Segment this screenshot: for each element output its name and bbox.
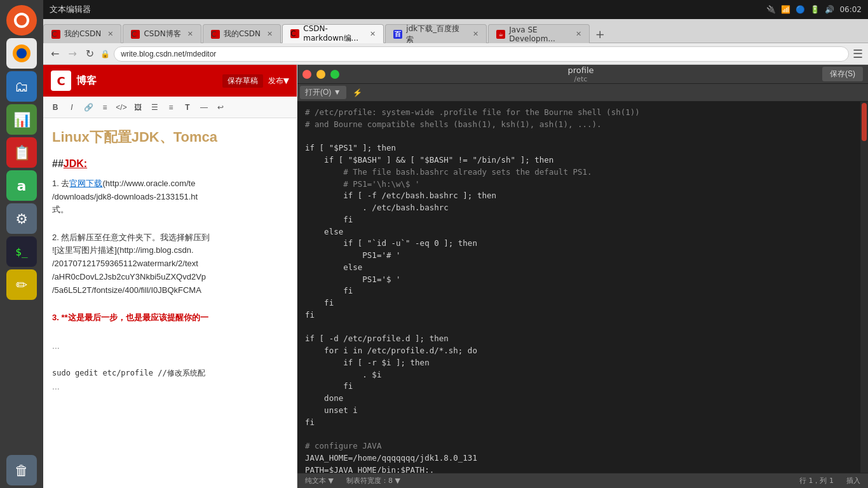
blog-dots2: ... (52, 379, 288, 393)
editor-toolbar: B I 🔗 ≡ </> 🖼 ☰ ≡ T — ↩ (43, 97, 297, 118)
tab-close-6[interactable]: ✕ (576, 30, 581, 38)
tab-5[interactable]: 百 jdk下载_百度搜索 ✕ (385, 24, 487, 43)
tab-close-4[interactable]: ✕ (370, 30, 376, 38)
gedit-maximize-button[interactable] (330, 70, 339, 79)
csdn-icon-3: C (211, 30, 220, 39)
reload-button[interactable]: ↻ (83, 46, 97, 61)
blog-h2: ##JDK: (52, 156, 288, 172)
tab-close-2[interactable]: ✕ (187, 30, 193, 38)
tab-close-3[interactable]: ✕ (267, 30, 273, 38)
hr-button[interactable]: — (197, 100, 211, 114)
browser: C 我的CSDN ✕ C CSDN博客 ✕ C 我的CSDN ✕ C CSDN-… (43, 19, 868, 488)
encoding-status[interactable]: 纯文本 ▼ (305, 476, 334, 485)
lock-icon: 🔒 (100, 50, 110, 58)
image-button[interactable]: 🖼 (131, 100, 145, 114)
link-button[interactable]: 🔗 (81, 100, 95, 114)
item-1-link[interactable]: 官网下载 (69, 179, 102, 188)
taskbar: 🗂 📊 📋 a ⚙ $_ ✏ 🗑 (0, 0, 43, 488)
gedit-titlebar: profile /etc 保存(S) (297, 65, 868, 84)
blog-body[interactable]: Linux下配置JDK、Tomca ##JDK: 1. 去官网下载(http:/… (43, 118, 297, 488)
undo-button[interactable]: ↩ (214, 100, 227, 114)
csdn-logo-text: C (57, 74, 65, 88)
oracle-icon: ☕ (496, 30, 505, 39)
italic-button[interactable]: I (65, 100, 79, 114)
svg-point-3 (17, 48, 27, 58)
gedit-title-text: profile (567, 65, 593, 75)
item-2-url3: /5a6L5L2T/fontsize/400/fill/I0JBQkFCMA (52, 285, 201, 295)
item-1-suffix: 式。 (52, 205, 69, 214)
gedit-content: # /etc/profile: system-wide .profile fil… (297, 102, 868, 473)
tab-close-5[interactable]: ✕ (473, 30, 478, 38)
ubuntu-icon[interactable] (6, 5, 37, 36)
topbar-title: 文本编辑器 (43, 4, 766, 15)
tab-6[interactable]: ☕ Java SE Developm... ✕ (488, 24, 590, 43)
wifi-icon: 📶 (781, 5, 790, 14)
presentation-icon[interactable]: 📋 (6, 137, 37, 168)
insert-mode: 插入 (846, 476, 860, 485)
tab-4[interactable]: C CSDN-markdown编... ✕ (282, 24, 384, 43)
menu-icon[interactable]: ☰ (853, 47, 863, 60)
gedit-status-right: 行 1，列 1 插入 (799, 476, 860, 485)
gedit-minimize-button[interactable] (316, 70, 325, 79)
gedit-open-button[interactable]: 打开(O) ▼ (300, 86, 346, 99)
item-1-cont: /downloads/jdk8-downloads-2133151.ht (52, 192, 198, 201)
gedit-save-button[interactable]: 保存(S) (822, 67, 863, 81)
heading-button[interactable]: T (180, 100, 194, 114)
gedit-toolbar-btn[interactable]: ⚡ (348, 87, 367, 98)
tab-2[interactable]: C CSDN博客 ✕ (123, 24, 201, 43)
blog-panel: C 博客 保存草稿 发布▼ B I 🔗 ≡ </> 🖼 ☰ ≡ T — (43, 65, 297, 488)
gedit-menubar: 打开(O) ▼ ⚡ (297, 84, 868, 102)
network-icon: 🔌 (766, 5, 776, 14)
position-status: 行 1，列 1 (799, 476, 834, 485)
tab-label-1: 我的CSDN (64, 29, 101, 39)
blog-title: Linux下配置JDK、Tomca (52, 126, 288, 148)
new-tab-button[interactable]: + (591, 25, 609, 43)
publish-btn[interactable]: 发布▼ (268, 76, 289, 86)
save-draft-btn[interactable]: 保存草稿 (222, 74, 263, 88)
tabbar: C 我的CSDN ✕ C CSDN博客 ✕ C 我的CSDN ✕ C CSDN-… (43, 19, 868, 43)
tab-label-5: jdk下载_百度搜索 (406, 24, 466, 45)
align-button[interactable]: ≡ (98, 100, 112, 114)
bold-button[interactable]: B (48, 100, 62, 114)
csdn-icon-1: C (51, 30, 60, 39)
baidu-icon: 百 (393, 30, 402, 39)
clock: 06:02 (839, 5, 862, 14)
terminal-icon[interactable]: $_ (6, 236, 37, 267)
gedit-close-button[interactable] (302, 70, 311, 79)
topbar-right: 🔌 📶 🔵 🔋 🔊 06:02 (766, 5, 868, 14)
right-panel: profile /etc 保存(S) 打开(O) ▼ ⚡ # /etc/prof… (297, 65, 868, 488)
gedit-window: profile /etc 保存(S) 打开(O) ▼ ⚡ # /etc/prof… (297, 65, 868, 488)
back-button[interactable]: ← (48, 46, 62, 61)
editor-icon[interactable]: ✏ (6, 269, 37, 300)
firefox-icon[interactable] (6, 38, 37, 69)
blog-item-3: 3. **这是最后一步，也是最应该提醒你的一 (52, 311, 288, 325)
blog-dots: ... (52, 339, 288, 353)
blog-item-2: 2. 然后解压至任意文件夹下。我选择解压到 ![这里写图片描述](http://… (52, 231, 288, 297)
forward-button[interactable]: → (65, 46, 79, 61)
gedit-editor[interactable]: # /etc/profile: system-wide .profile fil… (297, 102, 860, 473)
tab-1[interactable]: C 我的CSDN ✕ (43, 24, 121, 43)
list2-button[interactable]: ≡ (164, 100, 178, 114)
blog-header-title: 博客 (76, 74, 97, 88)
blog-h2-text: JDK: (64, 158, 87, 169)
spreadsheet-icon[interactable]: 📊 (6, 104, 37, 135)
bluetooth-icon: 🔵 (796, 5, 805, 14)
list-button[interactable]: ☰ (147, 100, 161, 114)
volume-icon: 🔊 (825, 5, 834, 14)
amazon-icon[interactable]: a (6, 170, 37, 201)
settings-icon[interactable]: ⚙ (6, 203, 37, 234)
tab-status[interactable]: 制表符宽度：8 ▼ (346, 476, 400, 485)
gedit-scrollbar[interactable] (860, 102, 868, 473)
item-1-url: (http://www.oracle.com/te (102, 179, 195, 188)
address-input[interactable] (114, 46, 849, 62)
tab-label-4: CSDN-markdown编... (303, 24, 363, 44)
gedit-title: profile /etc (344, 65, 817, 83)
files-icon[interactable]: 🗂 (6, 71, 37, 102)
gedit-subtitle: /etc (344, 75, 817, 83)
code-button[interactable]: </> (114, 100, 128, 114)
blog-code-line: sudo gedit etc/profile //修改系统配 (52, 367, 288, 379)
tab-close-1[interactable]: ✕ (107, 30, 113, 38)
tab-3[interactable]: C 我的CSDN ✕ (203, 24, 281, 43)
trash-icon[interactable]: 🗑 (6, 455, 37, 485)
topbar: 文本编辑器 🔌 📶 🔵 🔋 🔊 06:02 (43, 0, 868, 19)
